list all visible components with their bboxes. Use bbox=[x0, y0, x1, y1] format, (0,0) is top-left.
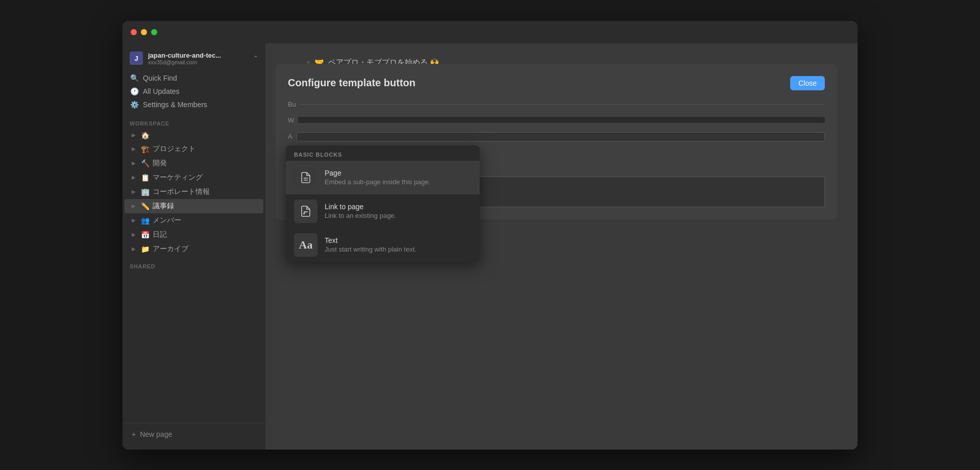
chevron-right-icon: ▶ bbox=[132, 203, 138, 209]
item-emoji: 🔨 bbox=[141, 159, 150, 167]
shared-section: SHARED bbox=[122, 256, 265, 273]
dropdown-item-link-page[interactable]: Link to page Link to an existing page. bbox=[286, 194, 480, 228]
dropdown-menu: BASIC BLOCKS bbox=[286, 145, 480, 262]
sidebar-item-members[interactable]: ▶ 👥 メンバー bbox=[125, 213, 263, 228]
sidebar-item-dev[interactable]: ▶ 🔨 開発 bbox=[125, 156, 263, 170]
workspace-avatar: J bbox=[130, 52, 143, 65]
chevron-icon: ⌃ bbox=[253, 55, 258, 62]
title-bar bbox=[122, 21, 857, 43]
sidebar-footer: + New page bbox=[122, 423, 265, 446]
search-icon: 🔍 bbox=[130, 74, 139, 82]
chevron-right-icon: ▶ bbox=[132, 132, 138, 138]
button-label-prefix: Bu bbox=[288, 101, 296, 108]
chevron-right-icon: ▶ bbox=[132, 189, 138, 194]
traffic-light-yellow[interactable] bbox=[141, 29, 147, 35]
sidebar-item-minutes[interactable]: ▶ ✏️ 議事録 bbox=[125, 199, 263, 213]
close-button[interactable]: Close bbox=[790, 76, 825, 90]
workspace-email: xxx35d@gmail.com bbox=[148, 59, 248, 65]
sidebar-item-marketing[interactable]: ▶ 📋 マーケティング bbox=[125, 170, 263, 185]
sidebar-item-diary[interactable]: ▶ 📅 日記 bbox=[125, 228, 263, 242]
dropdown-item-desc: Link to an existing page. bbox=[325, 212, 472, 219]
action-label: A bbox=[288, 133, 292, 140]
app-body: J japan-culture-and-tec... xxx35d@gmail.… bbox=[122, 43, 857, 450]
sidebar-nav: 🔍 Quick Find 🕐 All Updates ⚙️ Settings &… bbox=[122, 69, 265, 113]
dropdown-item-title: Page bbox=[325, 169, 472, 177]
chevron-right-icon: ▶ bbox=[132, 246, 138, 252]
text-icon-container: Aa bbox=[294, 233, 317, 257]
dropdown-item-content: Page Embed a sub-page inside this page. bbox=[325, 169, 472, 186]
dropdown-section-label: BASIC BLOCKS bbox=[286, 145, 480, 161]
plus-icon: + bbox=[132, 430, 136, 438]
new-page-button[interactable]: + New page bbox=[125, 427, 263, 441]
sidebar-item-label: プロジェクト bbox=[153, 144, 256, 154]
clock-icon: 🕐 bbox=[130, 87, 139, 95]
link-page-icon-container bbox=[294, 200, 317, 223]
configure-modal: Configure template button Close Bu bbox=[276, 64, 837, 219]
dropdown-item-title: Text bbox=[325, 236, 472, 244]
dropdown-item-content: Text Just start writing with plain text. bbox=[325, 236, 472, 253]
sidebar-item-label: 議事録 bbox=[153, 202, 256, 211]
item-emoji: 📅 bbox=[141, 231, 150, 239]
sidebar-item-archive[interactable]: ▶ 📁 アーカイブ bbox=[125, 242, 263, 256]
main-content: + 🤝 ペアプロ・モブプロを始める 🙌 + 👥 Dev MTGを始める 🙌 + … bbox=[265, 43, 857, 450]
sidebar-item-label: コーポレート情報 bbox=[153, 187, 256, 196]
chevron-right-icon: ▶ bbox=[132, 146, 138, 152]
content-area: + 🤝 ペアプロ・モブプロを始める 🙌 + 👥 Dev MTGを始める 🙌 + … bbox=[265, 43, 857, 450]
workspace-name: japan-culture-and-tec... bbox=[148, 52, 248, 59]
modal-title: Configure template button bbox=[288, 77, 415, 89]
traffic-lights bbox=[131, 29, 157, 35]
dropdown-item-title: Link to page bbox=[325, 203, 472, 211]
sidebar-nav-label: Quick Find bbox=[143, 74, 177, 82]
sidebar-item-settings[interactable]: ⚙️ Settings & Members bbox=[122, 98, 265, 111]
chevron-right-icon: ▶ bbox=[132, 175, 138, 180]
dropdown-item-text[interactable]: Aa Text Just start writing with plain te… bbox=[286, 228, 480, 262]
action-row: A bbox=[288, 132, 825, 141]
sidebar-item-all-updates[interactable]: 🕐 All Updates bbox=[122, 85, 265, 98]
app-window: J japan-culture-and-tec... xxx35d@gmail.… bbox=[122, 21, 857, 450]
dropdown-item-page[interactable]: Page Embed a sub-page inside this page. bbox=[286, 161, 480, 194]
item-emoji: 🏗️ bbox=[141, 145, 150, 153]
item-emoji: ✏️ bbox=[141, 202, 150, 210]
link-page-icon bbox=[300, 205, 312, 217]
sidebar-item-quick-find[interactable]: 🔍 Quick Find bbox=[122, 71, 265, 85]
sidebar-item-corporate[interactable]: ▶ 🏢 コーポレート情報 bbox=[125, 185, 263, 199]
item-emoji: 🏢 bbox=[141, 188, 150, 196]
item-emoji: 📁 bbox=[141, 245, 150, 253]
sidebar-item-label: 開発 bbox=[153, 159, 256, 168]
new-page-label: New page bbox=[140, 430, 172, 438]
shared-section-label: SHARED bbox=[130, 263, 258, 269]
sidebar-item-label: メンバー bbox=[153, 216, 256, 225]
item-emoji: 📋 bbox=[141, 174, 150, 182]
sidebar: J japan-culture-and-tec... xxx35d@gmail.… bbox=[122, 43, 265, 450]
sidebar-nav-label: Settings & Members bbox=[143, 101, 207, 109]
chevron-right-icon: ▶ bbox=[132, 160, 138, 166]
chevron-right-icon: ▶ bbox=[132, 217, 138, 223]
page-icon-container bbox=[294, 166, 317, 189]
chevron-right-icon: ▶ bbox=[132, 232, 138, 237]
sidebar-item-label: アーカイブ bbox=[153, 244, 256, 254]
item-emoji: 🏠 bbox=[141, 131, 150, 139]
dropdown-item-content: Link to page Link to an existing page. bbox=[325, 203, 472, 219]
sidebar-item-label: マーケティング bbox=[153, 173, 256, 182]
workspace-header[interactable]: J japan-culture-and-tec... xxx35d@gmail.… bbox=[122, 47, 265, 69]
when-label: W bbox=[288, 116, 294, 124]
sidebar-nav-label: All Updates bbox=[143, 87, 180, 95]
sidebar-item-home[interactable]: ▶ 🏠 bbox=[125, 129, 263, 142]
traffic-light-green[interactable] bbox=[151, 29, 157, 35]
button-label-row: Bu bbox=[288, 101, 825, 108]
sidebar-item-project[interactable]: ▶ 🏗️ プロジェクト bbox=[125, 142, 263, 156]
workspace-info: japan-culture-and-tec... xxx35d@gmail.co… bbox=[148, 52, 248, 65]
when-row: W bbox=[288, 116, 825, 124]
page-icon bbox=[300, 171, 312, 184]
sidebar-item-label: 日記 bbox=[153, 230, 256, 239]
traffic-light-red[interactable] bbox=[131, 29, 137, 35]
item-emoji: 👥 bbox=[141, 216, 150, 225]
text-aa-icon: Aa bbox=[299, 238, 313, 252]
gear-icon: ⚙️ bbox=[130, 101, 139, 109]
workspace-section-label: WORKSPACE bbox=[122, 113, 265, 129]
dropdown-item-desc: Embed a sub-page inside this page. bbox=[325, 178, 472, 186]
modal-header: Configure template button Close bbox=[288, 76, 825, 90]
dropdown-item-desc: Just start writing with plain text. bbox=[325, 245, 472, 253]
